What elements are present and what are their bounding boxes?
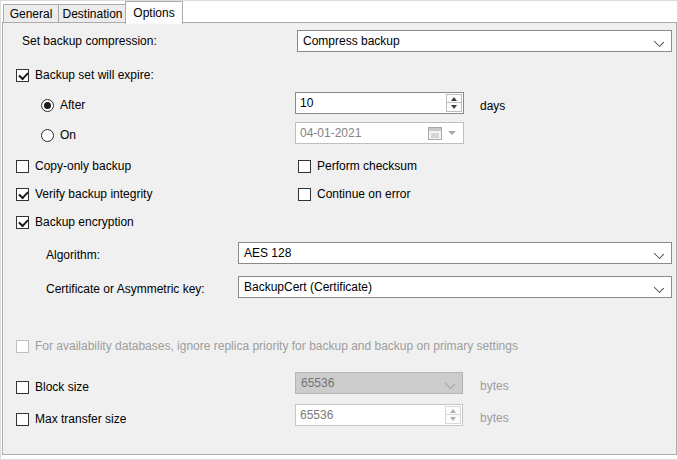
calendar-icon [428,127,442,140]
certificate-select[interactable]: BackupCert (Certificate) [238,276,672,298]
max-transfer-unit-label: bytes [480,411,509,426]
availability-row: For availability databases, ignore repli… [16,338,518,354]
tab-destination-label: Destination [62,7,122,21]
spin-down-icon[interactable] [447,103,461,111]
options-tab-page: Set backup compression: Compress backup … [2,22,677,455]
max-transfer-row[interactable]: Max transfer size [16,411,126,427]
spinner-buttons [446,94,462,112]
expire-label: Backup set will expire: [35,68,154,82]
copy-only-label: Copy-only backup [35,159,131,173]
backup-options-dialog: General Destination Options Set backup c… [0,0,678,460]
backup-compression-select[interactable]: Compress backup [297,30,672,52]
expire-days-input[interactable]: 10 [295,92,464,114]
compression-label: Set backup compression: [22,34,157,49]
verify-integrity-label: Verify backup integrity [35,187,152,201]
max-transfer-value: 65536 [296,405,444,425]
max-transfer-input: 65536 [295,404,463,426]
tab-general-label: General [10,7,53,21]
continue-on-error-checkbox[interactable] [298,188,311,201]
perform-checksum-label: Perform checksum [317,159,417,173]
block-size-select: 65536 [295,372,463,394]
expire-after-radio-row[interactable]: After [41,97,85,113]
tab-options-label: Options [133,6,174,20]
copy-only-checkbox[interactable] [16,160,29,173]
expire-on-label: On [60,128,76,142]
max-transfer-label: Max transfer size [35,412,126,426]
max-transfer-checkbox[interactable] [16,413,29,426]
expire-date-value: 04-01-2021 [296,126,428,140]
tab-destination[interactable]: Destination [58,4,127,23]
block-size-checkbox[interactable] [16,381,29,394]
backup-compression-value: Compress backup [298,34,649,48]
perform-checksum-row[interactable]: Perform checksum [298,158,417,174]
chevron-down-icon[interactable] [649,277,671,297]
block-size-row[interactable]: Block size [16,379,89,395]
tab-general[interactable]: General [3,4,59,23]
backup-encryption-label: Backup encryption [35,215,134,229]
algorithm-value: AES 128 [239,246,649,260]
copy-only-row[interactable]: Copy-only backup [16,158,131,174]
expire-checkbox[interactable] [16,69,29,82]
backup-encryption-row[interactable]: Backup encryption [16,214,134,230]
backup-encryption-checkbox[interactable] [16,216,29,229]
block-size-label: Block size [35,380,89,394]
expire-after-radio[interactable] [41,99,54,112]
expire-days-value: 10 [296,93,445,113]
continue-on-error-row[interactable]: Continue on error [298,186,410,202]
expire-date-picker: 04-01-2021 [295,122,464,144]
algorithm-label: Algorithm: [46,248,100,263]
certificate-value: BackupCert (Certificate) [239,280,649,294]
spin-up-icon[interactable] [447,95,461,103]
perform-checksum-checkbox[interactable] [298,160,311,173]
verify-integrity-checkbox[interactable] [16,188,29,201]
tab-options[interactable]: Options [125,1,183,24]
continue-on-error-label: Continue on error [317,187,410,201]
chevron-down-icon[interactable] [649,243,671,263]
availability-checkbox [16,340,29,353]
expire-on-radio[interactable] [41,129,54,142]
chevron-down-icon [440,373,462,393]
dropdown-arrow-icon [448,131,456,135]
spin-down-icon [446,415,460,423]
algorithm-select[interactable]: AES 128 [238,242,672,264]
block-size-unit-label: bytes [480,379,509,394]
chevron-down-icon[interactable] [649,31,671,51]
spin-up-icon [446,407,460,415]
spinner-buttons [445,406,461,424]
expire-after-label: After [60,98,85,112]
certificate-label: Certificate or Asymmetric key: [46,282,205,297]
expire-checkbox-row[interactable]: Backup set will expire: [16,67,154,83]
expire-on-radio-row[interactable]: On [41,127,76,143]
days-unit-label: days [480,99,505,114]
block-size-value: 65536 [296,376,440,390]
verify-integrity-row[interactable]: Verify backup integrity [16,186,152,202]
availability-label: For availability databases, ignore repli… [35,339,518,354]
